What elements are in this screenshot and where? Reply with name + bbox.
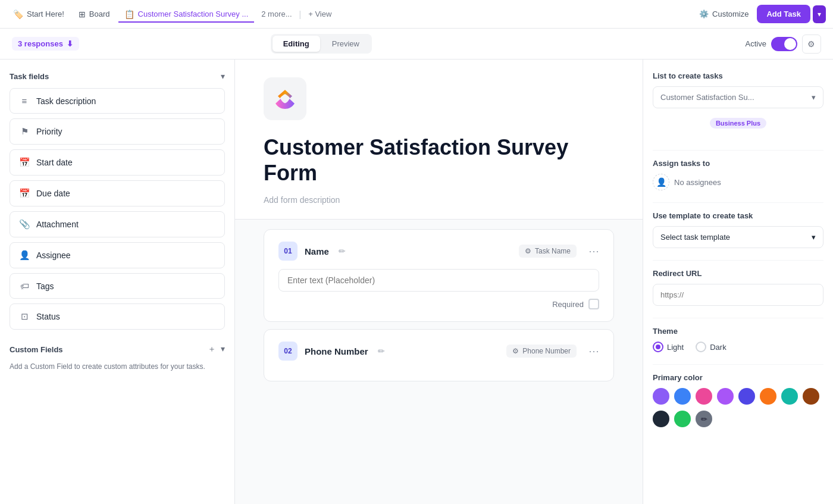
nav-start-here-label: Start Here! <box>27 10 64 18</box>
color-swatch-orange[interactable] <box>760 388 776 405</box>
color-swatch-pink[interactable] <box>696 388 712 405</box>
field-item-task-description[interactable]: ≡ Task description <box>10 88 225 114</box>
form-title[interactable]: Customer Satisfaction Survey Form <box>264 134 614 186</box>
field-label: Attachment <box>36 220 79 229</box>
field-label: Priority <box>36 127 62 136</box>
list-dropdown[interactable]: Customer Satisfaction Su... ▾ <box>653 86 823 108</box>
edit-field-name-icon[interactable]: ✏ <box>339 246 346 256</box>
preview-toggle-button[interactable]: Preview <box>321 36 370 52</box>
field-item-attachment[interactable]: 📎 Attachment <box>10 211 225 237</box>
field-item-start-date[interactable]: 📅 Start date <box>10 149 225 176</box>
field-type-label: Task Name <box>535 247 571 255</box>
custom-fields-hint: Add a Custom Field to create custom attr… <box>10 362 225 372</box>
template-section-title: Use template to create task <box>653 211 823 220</box>
color-swatch-pen[interactable]: ✏ <box>696 411 712 427</box>
board-icon: ⊞ <box>79 10 86 19</box>
assignee-row[interactable]: 👤 No assignees <box>653 174 823 190</box>
color-swatches-row-2: ✏ <box>653 411 823 427</box>
required-checkbox[interactable] <box>588 299 599 309</box>
no-assignees-label: No assignees <box>674 178 721 187</box>
radio-inner <box>656 345 660 349</box>
customize-button[interactable]: ⚙️ Customize <box>693 6 754 22</box>
assign-section-title: Assign tasks to <box>653 159 823 168</box>
assign-section: Assign tasks to 👤 No assignees <box>653 159 823 190</box>
responses-badge[interactable]: 3 responses ⬇ <box>12 37 79 51</box>
color-swatch-teal[interactable] <box>781 388 798 405</box>
download-icon[interactable]: ⬇ <box>67 39 73 48</box>
redirect-url-input[interactable] <box>653 284 823 306</box>
nav-start-here[interactable]: 🏷️ Start Here! <box>7 6 70 23</box>
theme-section-title: Theme <box>653 327 823 336</box>
color-swatch-green[interactable] <box>674 411 691 427</box>
task-fields-header[interactable]: Task fields ▾ <box>10 69 225 88</box>
field-type-label-phone: Phone Number <box>522 347 571 355</box>
field-more-menu[interactable]: ⋯ <box>588 245 599 258</box>
color-swatches-row <box>653 388 823 405</box>
field-text-input[interactable] <box>278 269 599 292</box>
field-item-assignee[interactable]: 👤 Assignee <box>10 242 225 268</box>
form-field-phone: 02 Phone Number ✏ ⚙ Phone Number ⋯ <box>264 329 614 381</box>
theme-dark-option[interactable]: Dark <box>696 342 726 352</box>
redirect-section: Redirect URL <box>653 269 823 306</box>
field-label: Task description <box>36 96 96 106</box>
nav-board-label: Board <box>89 10 110 18</box>
form-settings-button[interactable]: ⚙ <box>802 35 821 54</box>
color-swatch-blue[interactable] <box>674 388 691 405</box>
active-toggle-switch[interactable] <box>771 37 797 51</box>
collapse-custom-fields-icon[interactable]: ▾ <box>221 344 225 355</box>
divider-4 <box>653 318 823 318</box>
color-swatch-purple[interactable] <box>653 388 669 405</box>
business-plus-badge: Business Plus <box>710 118 766 129</box>
add-assignee-icon[interactable]: 👤 <box>653 174 669 190</box>
settings-icon: ⚙ <box>807 39 815 49</box>
field-label: Due date <box>36 189 70 198</box>
top-navigation: 🏷️ Start Here! ⊞ Board 📋 Customer Satisf… <box>0 0 833 29</box>
theme-light-option[interactable]: Light <box>653 342 684 352</box>
nav-survey[interactable]: 📋 Customer Satisfaction Survey ... <box>118 6 255 23</box>
color-swatch-violet[interactable] <box>717 388 734 405</box>
right-sidebar: List to create tasks Customer Satisfacti… <box>643 60 833 504</box>
add-task-dropdown-button[interactable]: ▾ <box>813 5 826 23</box>
list-section: List to create tasks Customer Satisfacti… <box>653 71 823 138</box>
divider <box>653 150 823 151</box>
theme-options-row: Light Dark <box>653 342 823 352</box>
template-select-dropdown[interactable]: Select task template ▾ <box>653 226 823 248</box>
custom-fields-section-header: Custom Fields ＋ ▾ <box>10 334 225 362</box>
clickup-logo <box>273 87 297 111</box>
field-label: Assignee <box>36 251 71 260</box>
form-preview-area: Customer Satisfaction Survey Form Add fo… <box>235 60 643 504</box>
flag-icon: 🏷️ <box>13 10 23 19</box>
field-type-tag-phone[interactable]: ⚙ Phone Number <box>506 345 577 358</box>
phone-icon: ⚙ <box>512 347 519 355</box>
nav-separator: | <box>299 10 302 19</box>
divider-3 <box>653 260 823 261</box>
template-select-label: Select task template <box>660 233 730 242</box>
form-description[interactable]: Add form description <box>264 195 614 205</box>
light-radio[interactable] <box>653 342 663 352</box>
color-swatch-indigo[interactable] <box>738 388 755 405</box>
edit-preview-toggle: Editing Preview <box>271 34 372 54</box>
paperclip-icon: 📎 <box>18 219 30 230</box>
add-task-button[interactable]: Add Task <box>757 5 810 23</box>
color-swatch-dark[interactable] <box>653 411 669 427</box>
field-label: Start date <box>36 158 73 167</box>
field-item-tags[interactable]: 🏷 Tags <box>10 273 225 299</box>
add-view-button[interactable]: + View <box>303 6 336 22</box>
dark-radio[interactable] <box>696 342 706 352</box>
field-item-due-date[interactable]: 📅 Due date <box>10 180 225 206</box>
field-number-01: 01 <box>278 242 298 261</box>
edit-field-phone-icon[interactable]: ✏ <box>378 346 385 356</box>
editing-toggle-button[interactable]: Editing <box>273 36 320 52</box>
field-item-status[interactable]: ⊡ Status <box>10 303 225 330</box>
add-view-label: + View <box>308 10 331 18</box>
nav-board[interactable]: ⊞ Board <box>73 6 116 23</box>
add-custom-field-icon[interactable]: ＋ <box>208 344 216 355</box>
template-section: Use template to create task Select task … <box>653 211 823 248</box>
dark-label: Dark <box>710 343 726 352</box>
field-type-tag[interactable]: ⚙ Task Name <box>519 245 577 258</box>
field-item-priority[interactable]: ⚑ Priority <box>10 118 225 145</box>
color-swatch-brown[interactable] <box>803 388 819 405</box>
field-more-menu-phone[interactable]: ⋯ <box>588 345 599 358</box>
form-logo-box <box>264 77 306 120</box>
nav-more-tabs[interactable]: 2 more... <box>256 6 296 22</box>
